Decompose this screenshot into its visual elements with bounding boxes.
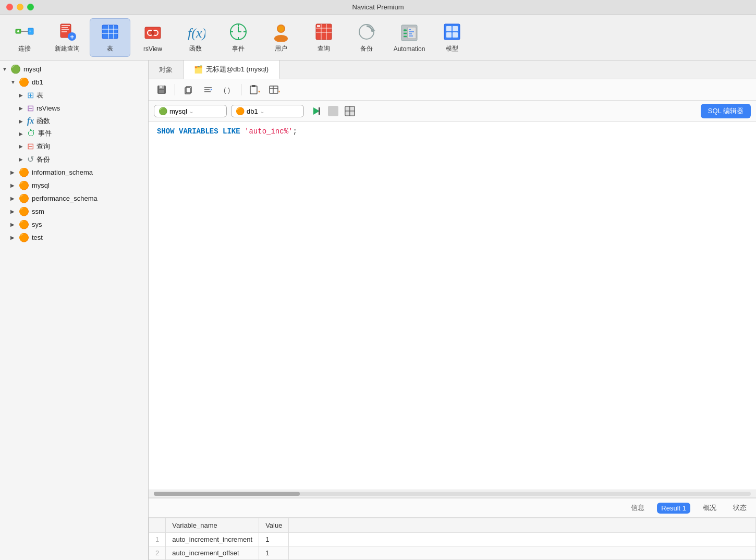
result-tabs-bar: 信息 Result 1 概况 状态	[149, 498, 756, 518]
sidebar-event-label: 事件	[38, 129, 52, 138]
expand-arrow-ps: ▶	[10, 196, 18, 201]
query-editor-toolbar: ( )	[149, 79, 756, 101]
svg-rect-70	[350, 111, 355, 116]
toolbar-automation[interactable]: Automation	[389, 18, 430, 57]
sidebar-item-rsviews[interactable]: ▶ ⊟ rsViews	[0, 102, 148, 115]
svg-rect-43	[446, 26, 452, 31]
func-icon: f(x)	[185, 21, 206, 42]
scrollbar-track	[154, 492, 751, 496]
backup-icon-sidebar: ↺	[27, 154, 34, 164]
maximize-button[interactable]	[27, 4, 34, 10]
svg-text:( ): ( )	[224, 86, 230, 94]
sidebar-item-mysql-db[interactable]: ▶ 🟠 mysql	[0, 179, 148, 192]
format-button[interactable]	[200, 82, 216, 97]
result-tab-result1[interactable]: Result 1	[657, 503, 690, 514]
svg-rect-65	[319, 107, 320, 115]
minimize-button[interactable]	[17, 4, 23, 10]
db-select[interactable]: 🟠 db1 ⌄	[231, 105, 304, 117]
copy-button[interactable]	[180, 82, 196, 97]
toolbar-rsview[interactable]: rsView	[132, 18, 173, 57]
sql-editor-button[interactable]: SQL 编辑器	[701, 104, 751, 118]
query-controls-bar: 🟢 mysql ⌄ 🟠 db1 ⌄	[149, 101, 756, 122]
result-table-container: Variable_name Value 1auto_increment_incr…	[149, 518, 756, 560]
paste-options-button[interactable]	[247, 82, 262, 97]
result-tab-info-label: 信息	[631, 504, 644, 512]
sidebar-is-label: information_schema	[32, 168, 93, 176]
query-icon	[313, 21, 334, 42]
wrap-button[interactable]: ( )	[220, 82, 236, 97]
tab-query-label: 无标题@db1 (mysql)	[206, 65, 269, 74]
sidebar-item-ssm[interactable]: ▶ 🟠 ssm	[0, 205, 148, 218]
sidebar-item-information-schema[interactable]: ▶ 🟠 information_schema	[0, 166, 148, 179]
toolbar-table[interactable]: 表	[90, 18, 130, 57]
expand-arrow: ▼	[2, 66, 9, 72]
toolbar-event[interactable]: 事件	[218, 18, 259, 57]
sidebar-item-event[interactable]: ▶ ⏱ 事件	[0, 127, 148, 140]
toolbar-event-label: 事件	[232, 44, 245, 53]
result-tab-overview-label: 概况	[703, 504, 716, 512]
col-header-extra	[289, 518, 756, 533]
toolbar-func-label: 函数	[189, 44, 202, 53]
result-tab-info[interactable]: 信息	[627, 502, 649, 514]
svg-rect-44	[453, 26, 458, 31]
explain-button[interactable]	[343, 104, 357, 118]
toolbar-backup-label: 备份	[360, 44, 373, 53]
toolbar-table-label: 表	[107, 44, 113, 53]
close-button[interactable]	[6, 4, 13, 10]
connection-label: mysql	[169, 107, 187, 115]
toolbar-connect[interactable]: + 连接	[4, 18, 45, 57]
toolbar-model[interactable]: 模型	[432, 18, 472, 57]
toolbar-new-query[interactable]: + 新建查询	[47, 18, 88, 57]
event-icon	[228, 21, 249, 42]
connection-select-arrow: ⌄	[189, 108, 193, 114]
svg-rect-67	[345, 106, 350, 111]
sql-editor-area[interactable]: SHOW VARIABLES LIKE 'auto_inc%';	[149, 122, 756, 490]
stop-button[interactable]	[328, 106, 338, 116]
sidebar-item-mysql-root[interactable]: ▼ 🟢 mysql	[0, 63, 148, 76]
backup-icon	[356, 21, 377, 42]
main-toolbar: + 连接 + 新建查询	[0, 15, 756, 60]
sidebar-item-query[interactable]: ▶ ⊟ 查询	[0, 140, 148, 153]
scrollbar-thumb[interactable]	[154, 492, 300, 496]
db1-icon: 🟠	[19, 77, 29, 87]
rsviews-icon-sidebar: ⊟	[27, 103, 34, 113]
svg-text:+: +	[70, 33, 75, 41]
col-header-rownum	[149, 518, 166, 533]
expand-arrow-sys: ▶	[10, 222, 18, 227]
sidebar-item-test[interactable]: ▶ 🟠 test	[0, 231, 148, 244]
save-button[interactable]	[154, 82, 169, 97]
connection-select[interactable]: 🟢 mysql ⌄	[154, 105, 227, 117]
expand-arrow-query: ▶	[19, 143, 26, 149]
main-area: ▼ 🟢 mysql ▼ 🟠 db1 ▶ ⊞ 表 ▶ ⊟ rsViews ▶ fx…	[0, 60, 756, 560]
toolbar-backup[interactable]: 备份	[346, 18, 387, 57]
toolbar-user[interactable]: 用户	[261, 18, 301, 57]
sidebar-item-db1[interactable]: ▼ 🟠 db1	[0, 76, 148, 89]
result-tab-status[interactable]: 状态	[729, 502, 751, 514]
result-tab-overview[interactable]: 概况	[699, 502, 721, 514]
tab-objects[interactable]: 对象	[149, 60, 184, 79]
expand-arrow-rsviews: ▶	[19, 105, 26, 111]
tab-objects-label: 对象	[159, 65, 173, 75]
sidebar-item-sys[interactable]: ▶ 🟠 sys	[0, 218, 148, 231]
rsview-icon	[142, 22, 163, 43]
sql-keyword-show: SHOW VARIABLES LIKE	[157, 127, 245, 136]
mysqldb-icon: 🟠	[19, 180, 29, 190]
sidebar-item-table[interactable]: ▶ ⊞ 表	[0, 89, 148, 102]
automation-icon	[399, 22, 420, 43]
svg-point-20	[151, 30, 154, 35]
svg-point-31	[278, 26, 284, 32]
tab-query-icon: 🗂️	[194, 65, 203, 74]
table-options-button[interactable]	[266, 82, 282, 97]
horizontal-scrollbar[interactable]	[149, 490, 756, 498]
toolbar-connect-label: 连接	[18, 44, 31, 53]
sidebar-item-perf-schema[interactable]: ▶ 🟠 performance_schema	[0, 192, 148, 205]
toolbar-func[interactable]: f(x) 函数	[175, 18, 216, 57]
tab-query[interactable]: 🗂️ 无标题@db1 (mysql)	[184, 60, 279, 79]
sidebar-ssm-label: ssm	[32, 208, 44, 215]
svg-rect-45	[446, 32, 452, 38]
run-button[interactable]	[308, 104, 324, 118]
sidebar-item-backup[interactable]: ▶ ↺ 备份	[0, 153, 148, 166]
sidebar-item-func[interactable]: ▶ fx 函数	[0, 115, 148, 127]
toolbar-query[interactable]: 查询	[303, 18, 344, 57]
expand-arrow-backup: ▶	[19, 156, 26, 162]
